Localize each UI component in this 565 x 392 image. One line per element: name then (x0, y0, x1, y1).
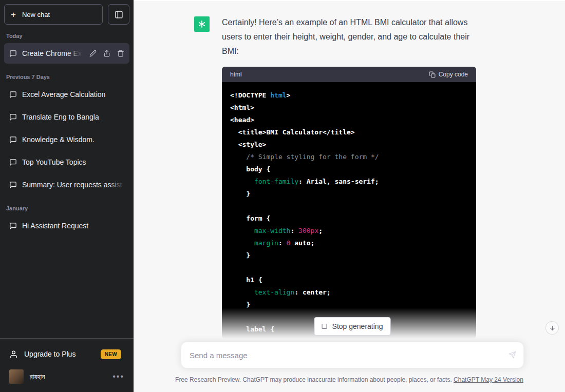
sidebar-chat-item[interactable]: Hi Assistant Request (4, 215, 129, 236)
chat-bubble-icon (9, 91, 17, 99)
sidebar-chat-item[interactable]: Translate Eng to Bangla (4, 107, 129, 127)
sidebar-chat-item[interactable]: Excel Average Calculation (4, 84, 129, 105)
sidebar-footer: Upgrade to Plus NEW রায়হান ••• (0, 338, 134, 392)
history-section-label: Previous 7 Days (4, 66, 129, 84)
chat-item-label: Translate Eng to Bangla (22, 113, 99, 121)
chat-item-label: Summary: User requests assist (22, 181, 122, 189)
copy-code-button[interactable]: Copy code (429, 71, 468, 78)
delete-icon[interactable] (117, 50, 124, 57)
sidebar-chat-item[interactable]: Top YouTube Topics (4, 152, 129, 172)
chat-bubble-icon (9, 181, 17, 189)
send-icon[interactable] (509, 351, 516, 359)
assistant-avatar (194, 16, 210, 32)
code-line: } (230, 188, 468, 200)
chat-item-label: Knowledge & Wisdom. (22, 135, 95, 144)
copy-code-label: Copy code (439, 71, 468, 78)
edit-icon[interactable] (89, 50, 97, 57)
code-line: <head> (230, 114, 468, 126)
code-line (230, 200, 468, 212)
chat-item-label: Create Chrome Exte (22, 49, 83, 57)
code-block: html Copy code <!DOCTYPE html><html><hea… (222, 67, 476, 339)
sidebar-chat-item[interactable]: Knowledge & Wisdom. (4, 129, 129, 150)
sidebar: + New chat TodayCreate Chrome ExtePrevio… (0, 0, 134, 392)
message-input[interactable] (181, 342, 523, 368)
code-line: } (230, 249, 468, 262)
code-line: form { (230, 212, 468, 225)
username-label: রায়হান (30, 373, 45, 381)
code-line: <title>BMI Calculator</title> (230, 126, 468, 139)
chat-history-list: TodayCreate Chrome ExtePrevious 7 DaysEx… (0, 25, 134, 338)
code-line: font-family: Arial, sans-serif; (230, 175, 468, 188)
sidebar-top-bar: + New chat (0, 0, 134, 25)
openai-logo-icon (197, 19, 206, 29)
code-line: <html> (230, 102, 468, 114)
stop-generating-button[interactable]: Stop generating (314, 317, 391, 336)
upgrade-to-plus-item[interactable]: Upgrade to Plus NEW (4, 343, 129, 365)
version-link[interactable]: ChatGPT May 24 Version (454, 376, 523, 383)
code-editor-content: <!DOCTYPE html><html><head> <title>BMI C… (222, 82, 476, 339)
share-icon[interactable] (103, 50, 110, 57)
chat-bubble-icon (9, 136, 17, 144)
user-avatar (9, 369, 24, 384)
sidebar-chat-item[interactable]: Create Chrome Exte (4, 43, 129, 64)
assistant-message-row: Certainly! Here’s an example of an HTML … (134, 1, 565, 339)
assistant-message-content: Certainly! Here’s an example of an HTML … (222, 15, 478, 339)
arrow-down-icon (549, 325, 556, 331)
sidebar-chat-item[interactable]: Summary: User requests assist (4, 174, 129, 195)
code-line: body { (230, 163, 468, 175)
chat-bubble-icon (9, 113, 17, 121)
code-line: } (230, 299, 468, 311)
user-menu[interactable]: রায়হান ••• (4, 365, 129, 388)
code-line: /* Simple styling for the form */ (230, 151, 468, 163)
more-options-icon[interactable]: ••• (112, 373, 124, 381)
stop-icon (322, 324, 327, 329)
code-line: <!DOCTYPE html> (230, 89, 468, 102)
history-section-label: Today (4, 25, 129, 43)
chat-bubble-icon (9, 222, 17, 230)
code-line: text-align: center; (230, 286, 468, 299)
chat-item-label: Top YouTube Topics (22, 158, 86, 166)
chat-bubble-icon (9, 159, 17, 166)
stop-generating-label: Stop generating (332, 322, 383, 330)
person-icon (9, 350, 18, 359)
app-window: + New chat TodayCreate Chrome ExtePrevio… (0, 0, 565, 392)
disclaimer-footer: Free Research Preview. ChatGPT may produ… (134, 376, 565, 383)
chat-item-label: Excel Average Calculation (22, 90, 105, 99)
code-line: h1 { (230, 274, 468, 286)
chat-main-area: Certainly! Here’s an example of an HTML … (134, 0, 565, 392)
code-line: <style> (230, 139, 468, 151)
history-section-label: January (4, 197, 129, 215)
code-line (230, 262, 468, 274)
sidebar-collapse-icon (115, 10, 123, 19)
disclaimer-text: Free Research Preview. ChatGPT may produ… (175, 376, 452, 383)
code-line: margin: 0 auto; (230, 237, 468, 249)
new-badge: NEW (101, 349, 121, 359)
copy-icon (429, 71, 436, 78)
message-input-bar (181, 342, 524, 368)
collapse-sidebar-button[interactable] (108, 4, 129, 25)
upgrade-label: Upgrade to Plus (24, 350, 76, 358)
chat-item-label: Hi Assistant Request (22, 222, 88, 230)
new-chat-button[interactable]: + New chat (4, 4, 103, 25)
code-line: max-width: 300px; (230, 225, 468, 237)
code-block-header: html Copy code (222, 67, 476, 82)
assistant-message-text: Certainly! Here’s an example of an HTML … (222, 15, 478, 58)
scroll-to-bottom-button[interactable] (545, 321, 559, 335)
new-chat-label: New chat (22, 11, 50, 18)
chat-bubble-icon (9, 50, 17, 57)
plus-icon: + (11, 10, 16, 19)
code-language-label: html (230, 71, 242, 78)
